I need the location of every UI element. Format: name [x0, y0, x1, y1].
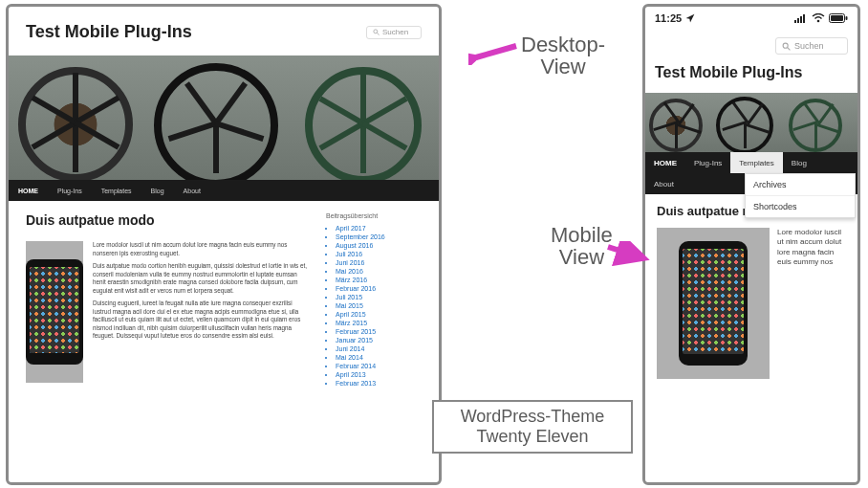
- archive-link[interactable]: Mai 2016: [336, 268, 422, 275]
- hero-image: [9, 55, 439, 180]
- search-placeholder: Suchen: [794, 41, 824, 51]
- svg-rect-3: [797, 18, 799, 23]
- archive-link[interactable]: Juni 2014: [336, 345, 422, 352]
- post-title[interactable]: Duis autpatue modo: [26, 212, 309, 228]
- archive-link[interactable]: Februar 2016: [336, 285, 422, 292]
- nav-item-blog[interactable]: Blog: [783, 159, 815, 167]
- svg-line-13: [608, 247, 644, 258]
- post-paragraph: Duis autpatue modo cortion henibh euguia…: [93, 262, 309, 295]
- site-title[interactable]: Test Mobile Plug-Ins: [655, 64, 848, 81]
- svg-point-0: [374, 30, 378, 33]
- wifi-icon: [812, 13, 825, 23]
- mobile-view-frame: 11:25 Suchen Test Mobile Plug-Ins HOMEPl…: [642, 4, 860, 485]
- search-input[interactable]: Suchen: [775, 37, 848, 55]
- archive-link[interactable]: Mai 2015: [336, 302, 422, 309]
- svg-point-6: [817, 20, 820, 23]
- status-bar: 11:25: [645, 7, 857, 30]
- archive-list: April 2017September 2016August 2016Juli …: [326, 225, 422, 387]
- search-input[interactable]: Suchen: [366, 26, 422, 39]
- location-icon: [685, 13, 695, 23]
- primary-nav: HOMEPlug-InsTemplatesBlog About Archives…: [645, 152, 857, 194]
- arrow-desktop: [468, 40, 520, 65]
- nav-item-templates[interactable]: Templates: [730, 152, 782, 173]
- dropdown-item-archives[interactable]: Archives: [746, 174, 855, 196]
- post-paragraph: Lore modolor iuscil ut nim accum dolut l…: [93, 241, 309, 257]
- post-body: Lore modolor iuscil ut nim accum dolut l…: [777, 228, 846, 379]
- status-time: 11:25: [655, 12, 682, 24]
- svg-rect-8: [846, 16, 848, 20]
- archive-link[interactable]: Februar 2014: [336, 363, 422, 369]
- search-icon: [782, 42, 791, 51]
- post-image: [657, 228, 770, 379]
- phone-illustration: [679, 241, 748, 366]
- nav-dropdown: ArchivesShortcodes: [745, 173, 856, 218]
- nav-item-about[interactable]: About: [645, 180, 683, 189]
- site-title[interactable]: Test Mobile Plug-Ins: [26, 22, 192, 42]
- archive-link[interactable]: April 2015: [336, 311, 422, 318]
- archive-link[interactable]: Juli 2015: [336, 294, 422, 300]
- archive-link[interactable]: Juni 2016: [336, 259, 422, 266]
- phone-illustration: [26, 259, 83, 365]
- post-image: [26, 241, 83, 383]
- search-icon: [373, 29, 380, 35]
- archive-link[interactable]: September 2016: [336, 233, 422, 240]
- svg-line-12: [476, 46, 516, 57]
- svg-line-1: [377, 33, 379, 34]
- archive-link[interactable]: März 2015: [336, 320, 422, 326]
- archive-link[interactable]: Januar 2015: [336, 337, 422, 344]
- archive-link[interactable]: August 2016: [336, 242, 422, 249]
- nav-item-plug-ins[interactable]: Plug-Ins: [685, 159, 730, 167]
- nav-item-about[interactable]: About: [174, 188, 210, 194]
- archive-link[interactable]: Mai 2014: [336, 354, 422, 361]
- archive-link[interactable]: Juli 2016: [336, 251, 422, 257]
- svg-rect-2: [794, 20, 796, 23]
- archive-link[interactable]: Februar 2013: [336, 380, 422, 387]
- svg-rect-4: [800, 16, 802, 23]
- sidebar-title: Beitragsübersicht: [326, 212, 422, 219]
- archive-link[interactable]: April 2013: [336, 371, 422, 378]
- svg-point-10: [783, 43, 788, 48]
- search-placeholder: Suchen: [382, 28, 408, 36]
- annotation-desktop-label: Desktop-View: [521, 33, 605, 78]
- annotation-theme-box: WordPress-ThemeTwenty Eleven: [432, 400, 633, 454]
- arrow-mobile: [604, 241, 652, 266]
- post-body: Lore modolor iuscil ut nim accum dolut l…: [93, 241, 309, 383]
- nav-item-blog[interactable]: Blog: [141, 188, 174, 194]
- battery-icon: [829, 13, 848, 23]
- dropdown-item-shortcodes[interactable]: Shortcodes: [746, 196, 855, 217]
- primary-nav: HOMEPlug-InsTemplatesBlogAbout: [9, 180, 439, 201]
- svg-line-11: [788, 47, 791, 50]
- nav-item-templates[interactable]: Templates: [92, 188, 141, 194]
- hero-image: [645, 93, 857, 152]
- nav-item-home[interactable]: HOME: [645, 159, 685, 167]
- post-paragraph: Duiscing eugueril, iureet la feugait nul…: [93, 299, 309, 341]
- nav-item-home[interactable]: HOME: [9, 188, 48, 194]
- archive-link[interactable]: März 2016: [336, 277, 422, 283]
- archive-link[interactable]: April 2017: [336, 225, 422, 232]
- signal-icon: [794, 13, 808, 23]
- desktop-view-frame: Test Mobile Plug-Ins Suchen HOMEPlug-Ins…: [6, 4, 442, 485]
- svg-rect-9: [831, 15, 843, 21]
- nav-item-plug-ins[interactable]: Plug-Ins: [48, 188, 92, 194]
- sidebar: Beitragsübersicht April 2017September 20…: [326, 212, 422, 388]
- archive-link[interactable]: Februar 2015: [336, 328, 422, 335]
- svg-rect-5: [803, 14, 805, 23]
